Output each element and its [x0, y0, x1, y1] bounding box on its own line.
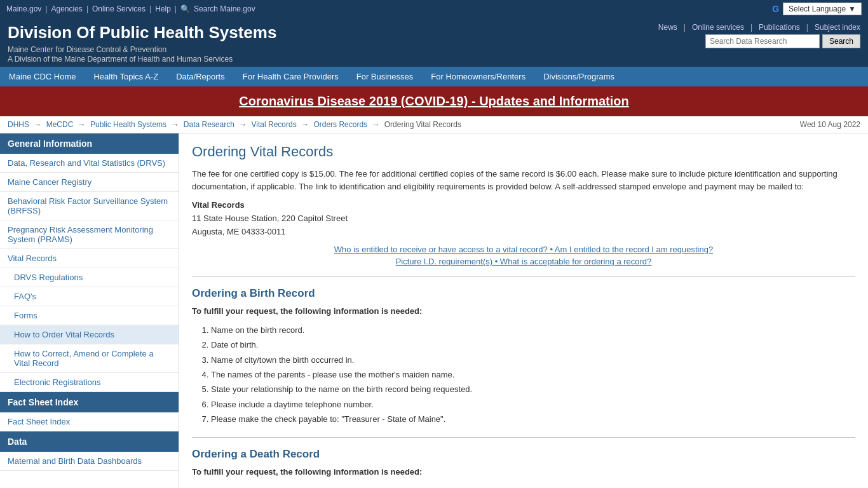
- nav-divisions[interactable]: Divisions/Programs: [534, 67, 623, 86]
- site-header: Division Of Public Health Systems Maine …: [0, 18, 868, 67]
- sidebar-item-vital-records[interactable]: Vital Records: [0, 249, 179, 268]
- address-name: Vital Records: [192, 200, 245, 210]
- list-item: The names of the parents - please use th…: [211, 367, 855, 382]
- birth-subtitle: To fulfill your request, the following i…: [192, 305, 855, 318]
- main-layout: General Information Data, Research and V…: [0, 133, 868, 488]
- sidebar-data-header: Data: [0, 431, 179, 452]
- sidebar-item-forms[interactable]: Forms: [0, 306, 179, 325]
- birth-record-list: Name on the birth record. Date of birth.…: [211, 323, 855, 427]
- sidebar-item-electronic-reg[interactable]: Electronic Registrations: [0, 373, 179, 392]
- birth-record-heading: Ordering a Birth Record: [192, 287, 855, 300]
- list-item: Name on the birth record.: [211, 323, 855, 337]
- nav-homeowners[interactable]: For Homeowners/Renters: [422, 67, 534, 86]
- online-services-link[interactable]: Online Services: [92, 4, 146, 13]
- header-links: News | Online services | Publications | …: [658, 23, 860, 32]
- death-subtitle: To fulfill your request, the following i…: [192, 466, 855, 478]
- sidebar-general-information-header: General Information: [0, 133, 179, 154]
- select-language-button[interactable]: Select Language ▼: [783, 3, 862, 15]
- sidebar-fact-sheet-header: Fact Sheet Index: [0, 392, 179, 412]
- search-box: Search: [658, 34, 860, 48]
- news-link[interactable]: News: [658, 23, 677, 32]
- google-icon: G: [772, 4, 779, 14]
- search-input[interactable]: [705, 34, 820, 48]
- nav-health-topics[interactable]: Health Topics A-Z: [85, 67, 167, 86]
- header-top: Division Of Public Health Systems Maine …: [8, 23, 860, 67]
- site-title[interactable]: Division Of Public Health Systems: [8, 23, 276, 45]
- help-link[interactable]: Help: [155, 4, 171, 13]
- online-services-header-link[interactable]: Online services: [692, 23, 744, 32]
- bc-vital-records[interactable]: Vital Records: [252, 120, 297, 129]
- divider-2: [192, 437, 855, 438]
- intro-paragraph: The fee for one certified copy is $15.00…: [192, 168, 855, 193]
- sidebar: General Information Data, Research and V…: [0, 133, 179, 488]
- top-bar-left: Maine.gov | Agencies | Online Services |…: [6, 4, 255, 13]
- bc-data-research[interactable]: Data Research: [184, 120, 234, 129]
- mailing-address: Vital Records 11 State House Station, 22…: [192, 199, 855, 238]
- list-item: Date of birth.: [211, 337, 855, 352]
- eligibility-link[interactable]: Who is entitled to receive or have acces…: [192, 245, 855, 254]
- address-line2: Augusta, ME 04333-0011: [192, 227, 285, 236]
- breadcrumb: DHHS → MeCDC → Public Health Systems → D…: [8, 120, 461, 129]
- death-record-heading: Ordering a Death Record: [192, 448, 855, 461]
- top-bar: Maine.gov | Agencies | Online Services |…: [0, 0, 868, 18]
- sidebar-item-how-to-correct[interactable]: How to Correct, Amend or Complete a Vita…: [0, 344, 179, 373]
- list-item: Name of city/town the birth occurred in.: [211, 353, 855, 367]
- picture-id-link[interactable]: Picture I.D. requirement(s) • What is ac…: [192, 257, 855, 266]
- sidebar-item-cancer-registry[interactable]: Maine Cancer Registry: [0, 173, 179, 192]
- page-date: Wed 10 Aug 2022: [800, 120, 860, 129]
- list-item: Please make the check payable to: "Treas…: [211, 412, 855, 426]
- bc-current: Ordering Vital Records: [384, 120, 461, 129]
- page-title: Ordering Vital Records: [192, 144, 855, 160]
- chevron-down-icon: ▼: [848, 4, 856, 13]
- sidebar-item-how-to-order[interactable]: How to Order Vital Records: [0, 325, 179, 344]
- header-left: Division Of Public Health Systems Maine …: [8, 23, 276, 67]
- eligibility-links: Who is entitled to receive or have acces…: [192, 245, 855, 266]
- search-button[interactable]: Search: [822, 34, 860, 48]
- nav-health-care-providers[interactable]: For Health Care Providers: [234, 67, 348, 86]
- sidebar-item-drvs-regulations[interactable]: DRVS Regulations: [0, 268, 179, 287]
- maine-gov-link[interactable]: Maine.gov: [6, 4, 41, 13]
- nav-data-reports[interactable]: Data/Reports: [167, 67, 234, 86]
- covid-banner: Coronavirus Disease 2019 (COVID-19) - Up…: [0, 86, 868, 116]
- sidebar-item-prams[interactable]: Pregnancy Risk Assessment Monitoring Sys…: [0, 220, 179, 249]
- divider-1: [192, 276, 855, 277]
- bc-mecdc[interactable]: MeCDC: [46, 120, 74, 129]
- header-subtitle: Maine Center for Disease Control & Preve…: [8, 45, 276, 67]
- top-bar-right: G Select Language ▼: [772, 3, 862, 15]
- list-item: Please include a daytime telephone numbe…: [211, 397, 855, 412]
- bc-public-health-systems[interactable]: Public Health Systems: [90, 120, 166, 129]
- publications-link[interactable]: Publications: [759, 23, 800, 32]
- nav-maine-cdc-home[interactable]: Maine CDC Home: [0, 67, 85, 86]
- sidebar-item-drvs[interactable]: Data, Research and Vital Statistics (DRV…: [0, 154, 179, 173]
- address-line1: 11 State House Station, 220 Capitol Stre…: [192, 214, 348, 223]
- bc-orders-records[interactable]: Orders Records: [313, 120, 367, 129]
- sidebar-item-fact-sheet-index[interactable]: Fact Sheet Index: [0, 412, 179, 431]
- sidebar-item-faqs[interactable]: FAQ's: [0, 287, 179, 306]
- sidebar-item-maternal-birth[interactable]: Maternal and Birth Data Dashboards: [0, 452, 179, 471]
- list-item: State your relationship to the name on t…: [211, 382, 855, 396]
- nav-bar: Maine CDC Home Health Topics A-Z Data/Re…: [0, 67, 868, 86]
- sidebar-item-brfss[interactable]: Behavioral Risk Factor Surveillance Syst…: [0, 192, 179, 220]
- header-right: News | Online services | Publications | …: [658, 23, 860, 48]
- breadcrumb-bar: DHHS → MeCDC → Public Health Systems → D…: [0, 116, 868, 133]
- main-content: Ordering Vital Records The fee for one c…: [179, 133, 868, 488]
- agencies-link[interactable]: Agencies: [51, 4, 83, 13]
- covid-banner-link[interactable]: Coronavirus Disease 2019 (COVID-19) - Up…: [239, 94, 629, 108]
- nav-businesses[interactable]: For Businesses: [348, 67, 423, 86]
- search-maine-link[interactable]: Search Maine.gov: [194, 4, 255, 13]
- subject-index-link[interactable]: Subject index: [815, 23, 860, 32]
- bc-dhhs[interactable]: DHHS: [8, 120, 29, 129]
